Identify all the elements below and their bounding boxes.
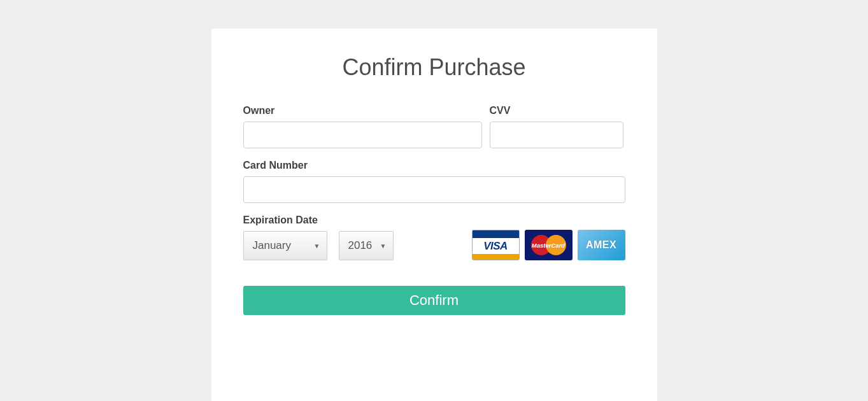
expiration-month-value: January [244,239,291,252]
cvv-label: CVV [490,105,623,116]
owner-field-group: Owner [243,105,482,148]
payment-form-card: Confirm Purchase Owner CVV Card Number E… [211,29,657,401]
mastercard-icon-label: MasterCard [532,242,565,249]
card-number-field-group: Card Number [243,160,625,203]
confirm-button[interactable]: Confirm [243,286,625,315]
amex-icon: AMEX [578,230,625,260]
card-number-input[interactable] [243,176,625,203]
expiration-field-group: Expiration Date January ▼ 2016 ▼ [243,215,394,260]
row-card-number: Card Number [243,160,625,203]
amex-icon-label: AMEX [586,239,616,251]
owner-input[interactable] [243,122,482,148]
expiration-selects: January ▼ 2016 ▼ [243,231,394,260]
visa-icon: VISA [472,230,520,260]
card-number-label: Card Number [243,160,625,171]
cvv-field-group: CVV [490,105,623,148]
visa-icon-label: VISA [483,238,508,254]
page-title: Confirm Purchase [243,54,625,81]
expiration-label: Expiration Date [243,215,394,226]
accepted-cards: VISA MasterCard AMEX [472,230,625,260]
cvv-input[interactable] [490,122,623,148]
row-owner-cvv: Owner CVV [243,105,625,148]
mastercard-icon: MasterCard [525,230,573,260]
expiration-month-select[interactable]: January ▼ [243,231,327,260]
expiration-year-value: 2016 [339,239,373,252]
row-expiration: Expiration Date January ▼ 2016 ▼ VISA [243,215,625,260]
chevron-down-icon: ▼ [380,243,387,250]
owner-label: Owner [243,105,482,116]
expiration-year-select[interactable]: 2016 ▼ [339,231,394,260]
chevron-down-icon: ▼ [314,243,320,250]
